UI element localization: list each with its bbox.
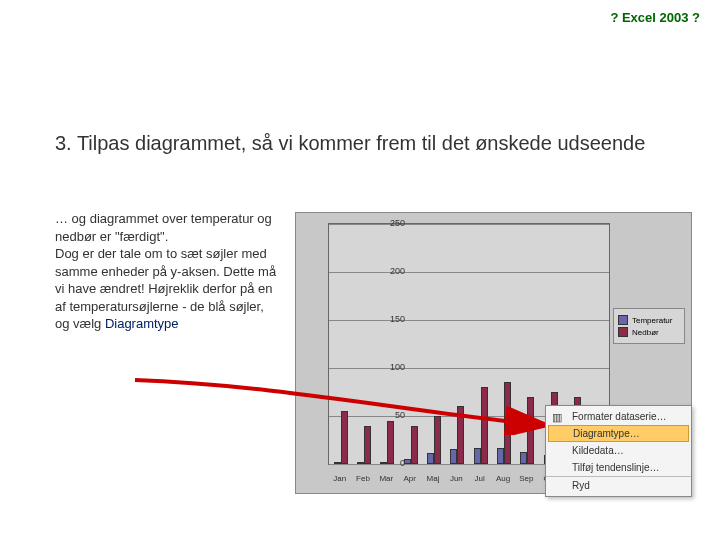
menu-label: Diagramtype…: [573, 428, 640, 439]
menu-item-clear[interactable]: Ryd: [546, 476, 691, 494]
x-tick-label: Jun: [446, 474, 466, 483]
legend-label: Nedbør: [632, 328, 659, 337]
bar-temperature[interactable]: [334, 462, 341, 464]
legend-swatch-icon: [618, 315, 628, 325]
y-tick-label: 0: [375, 458, 405, 468]
menu-item-sourcedata[interactable]: Kildedata…: [546, 442, 691, 459]
bar-nedbor[interactable]: [411, 426, 418, 464]
instruction-text: … og diagrammet over temperatur og nedbø…: [55, 210, 280, 333]
bar-temperature[interactable]: [427, 453, 434, 464]
menu-item-format-series[interactable]: ▥ Formater dataserie…: [546, 408, 691, 425]
bar-nedbor[interactable]: [481, 387, 488, 464]
gridline: [329, 368, 609, 369]
bar-temperature[interactable]: [520, 452, 527, 464]
bar-temperature[interactable]: [450, 449, 457, 464]
paragraph-1: … og diagrammet over temperatur og nedbø…: [55, 211, 272, 244]
bar-temperature[interactable]: [357, 462, 364, 464]
x-tick-label: Jan: [330, 474, 350, 483]
bar-nedbor[interactable]: [364, 426, 371, 464]
gridline: [329, 224, 609, 225]
x-tick-label: Feb: [353, 474, 373, 483]
bar-nedbor[interactable]: [504, 382, 511, 464]
x-tick-label: Sep: [516, 474, 536, 483]
gridline: [329, 272, 609, 273]
menu-label: Tilføj tendenslinje…: [572, 462, 659, 473]
x-tick-label: Mar: [376, 474, 396, 483]
x-tick-label: Jul: [470, 474, 490, 483]
context-menu: ▥ Formater dataserie… Diagramtype… Kilde…: [545, 405, 692, 497]
legend-item-temperature: Temperatur: [618, 315, 680, 325]
menu-item-trendline[interactable]: Tilføj tendenslinje…: [546, 459, 691, 476]
bar-nedbor[interactable]: [434, 416, 441, 464]
page-header: ? Excel 2003 ?: [610, 10, 700, 25]
x-tick-label: Maj: [423, 474, 443, 483]
chart-legend: Temperatur Nedbør: [613, 308, 685, 344]
menu-label: Ryd: [572, 480, 590, 491]
menu-item-diagramtype[interactable]: Diagramtype…: [548, 425, 689, 442]
menu-label: Formater dataserie…: [572, 411, 666, 422]
y-tick-label: 150: [375, 314, 405, 324]
y-tick-label: 250: [375, 218, 405, 228]
y-tick-label: 100: [375, 362, 405, 372]
y-tick-label: 200: [375, 266, 405, 276]
legend-item-nedbor: Nedbør: [618, 327, 680, 337]
format-icon: ▥: [550, 410, 564, 424]
x-tick-label: Apr: [400, 474, 420, 483]
legend-label: Temperatur: [632, 316, 672, 325]
emphasis-diagramtype: Diagramtype: [105, 316, 179, 331]
section-title: 3. Tilpas diagrammet, så vi kommer frem …: [55, 130, 680, 156]
menu-label: Kildedata…: [572, 445, 624, 456]
bar-nedbor[interactable]: [457, 406, 464, 464]
bar-nedbor[interactable]: [527, 397, 534, 464]
bar-nedbor[interactable]: [341, 411, 348, 464]
gridline: [329, 320, 609, 321]
legend-swatch-icon: [618, 327, 628, 337]
y-tick-label: 50: [375, 410, 405, 420]
x-tick-label: Aug: [493, 474, 513, 483]
bar-temperature[interactable]: [474, 448, 481, 464]
bar-temperature[interactable]: [497, 448, 504, 464]
